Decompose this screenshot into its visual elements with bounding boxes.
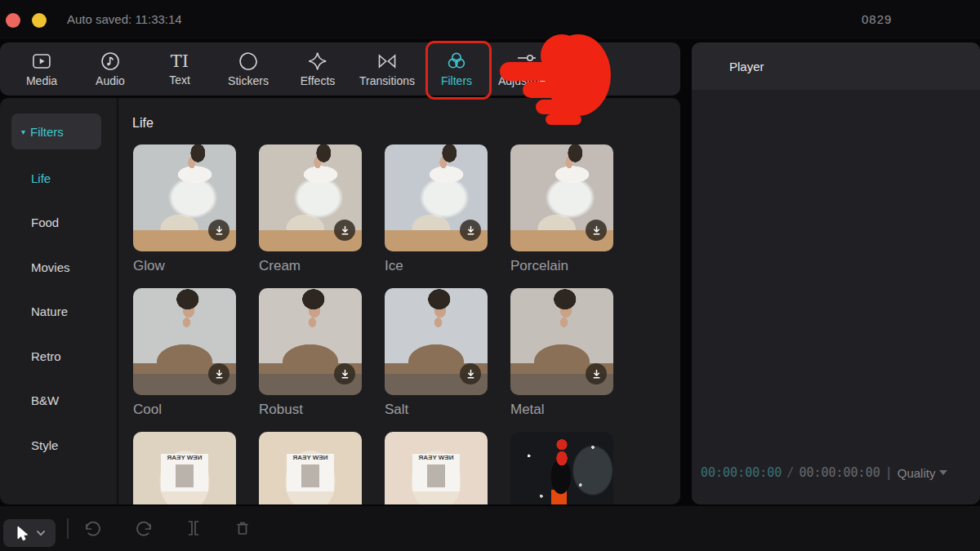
filter-label: Cream [259, 258, 365, 274]
sidebar-item-life[interactable]: Life [31, 170, 51, 188]
filter-tile-metal[interactable] [510, 288, 613, 395]
sidebar-item-food[interactable]: Food [31, 214, 59, 232]
filter-tile[interactable]: ЯAƎY WƎИ [259, 432, 362, 504]
filter-thumbnail [133, 288, 236, 374]
cursor-icon [15, 525, 30, 542]
tab-label: Media [26, 74, 57, 87]
chevron-down-icon: ▾ [21, 127, 25, 136]
redo-button[interactable] [135, 518, 154, 538]
tab-audio[interactable]: Audio [96, 42, 125, 96]
quality-dropdown[interactable]: Quality [898, 466, 948, 480]
audio-icon [100, 51, 121, 72]
filter-thumbnail [259, 288, 362, 374]
time-separator: / [786, 465, 794, 480]
download-icon[interactable] [460, 220, 481, 241]
tab-stickers[interactable]: Stickers [228, 42, 269, 96]
tab-label: Text [169, 73, 190, 87]
timecode-bar: 00:00:00:00 / 00:00:00:00 | Quality [701, 465, 947, 480]
filter-thumbnail [385, 144, 488, 230]
filter-thumbnail: ЯAƎY WƎИ [259, 432, 362, 504]
tab-media[interactable]: Media [26, 42, 57, 96]
filters-highlight-box [425, 41, 492, 100]
sidebar-group-label: Filters [30, 125, 64, 139]
stickers-icon [238, 51, 259, 72]
download-icon[interactable] [208, 363, 229, 384]
chevron-down-icon [939, 470, 947, 475]
tab-label: Stickers [228, 74, 269, 87]
filter-grid: Life [117, 98, 680, 504]
filter-label: Metal [510, 402, 617, 418]
redo-icon [135, 518, 154, 538]
filters-panel: ▾ Filters Life Food Movies Nature Retro … [0, 98, 680, 504]
filter-tile-robust[interactable] [259, 288, 362, 395]
window-titlebar: Auto saved: 11:33:14 0829 [0, 0, 980, 39]
select-tool-button[interactable] [3, 519, 56, 547]
sidebar-group-filters[interactable]: ▾ Filters [11, 113, 101, 149]
undo-icon [82, 518, 102, 538]
tab-effects[interactable]: Effects [301, 42, 336, 96]
download-icon[interactable] [586, 220, 607, 241]
mirrored-sign-text: ЯAƎY WƎИ [385, 454, 488, 461]
download-icon[interactable] [460, 363, 481, 384]
total-time: 00:00:00:00 [799, 465, 880, 480]
filter-tile-cool[interactable] [133, 288, 236, 395]
download-icon[interactable] [586, 363, 607, 384]
filter-tile-salt[interactable] [385, 288, 488, 395]
tab-label: Transitions [359, 74, 415, 87]
filter-tile-porcelain[interactable] [510, 144, 613, 251]
filter-label: Salt [385, 402, 491, 418]
transitions-icon [376, 51, 398, 72]
filter-thumbnail [510, 432, 613, 504]
filter-thumbnail [259, 144, 362, 230]
undo-button[interactable] [82, 518, 102, 538]
autosave-status: Auto saved: 11:33:14 [67, 0, 182, 39]
pointing-hand-arrow [498, 33, 612, 127]
effects-icon [307, 51, 328, 72]
tab-transitions[interactable]: Transitions [359, 42, 415, 96]
filter-tile-ice[interactable] [385, 144, 488, 251]
close-window-button[interactable] [6, 13, 20, 28]
tab-label: Effects [301, 74, 336, 87]
corner-badge: 0829 [862, 0, 892, 39]
download-icon[interactable] [208, 220, 229, 241]
filters-sidebar: ▾ Filters Life Food Movies Nature Retro … [0, 98, 118, 504]
current-time: 00:00:00:00 [701, 465, 782, 480]
filter-label: Robust [259, 402, 365, 418]
filter-tile[interactable]: ЯAƎY WƎИ [385, 432, 488, 504]
filter-tile-glow[interactable] [133, 144, 236, 251]
filter-label: Glow [133, 258, 239, 274]
divider: | [885, 465, 893, 480]
sidebar-item-style[interactable]: Style [31, 437, 58, 455]
chevron-down-icon [37, 531, 45, 536]
sidebar-item-retro[interactable]: Retro [31, 348, 61, 366]
filter-thumbnail [385, 288, 488, 374]
toolbar-divider [67, 518, 69, 539]
sidebar-item-bw[interactable]: B&W [31, 392, 59, 410]
filter-label: Cool [133, 402, 239, 418]
filter-tile-cream[interactable] [259, 144, 362, 251]
sidebar-item-nature[interactable]: Nature [31, 303, 68, 321]
player-panel: Player 00:00:00:00 / 00:00:00:00 | Quali… [692, 42, 980, 504]
quality-label: Quality [898, 466, 936, 480]
tab-text[interactable]: TI Text [169, 42, 190, 96]
filter-tile[interactable] [510, 432, 613, 504]
filter-label: Ice [385, 258, 491, 274]
split-button[interactable] [184, 518, 203, 538]
section-title: Life [132, 116, 154, 131]
timeline-toolbar [0, 506, 980, 551]
delete-button[interactable] [233, 518, 252, 538]
delete-icon [233, 518, 252, 538]
player-header: Player [692, 42, 980, 90]
download-icon[interactable] [334, 220, 355, 241]
text-icon: TI [171, 51, 189, 71]
split-icon [184, 518, 203, 538]
filter-thumbnail: ЯAƎY WƎИ [133, 432, 236, 504]
filter-thumbnail: ЯAƎY WƎИ [385, 432, 488, 504]
player-title: Player [729, 60, 764, 73]
mirrored-sign-text: ЯAƎY WƎИ [133, 454, 236, 461]
sidebar-item-movies[interactable]: Movies [31, 259, 70, 277]
download-icon[interactable] [334, 363, 355, 384]
filter-tile[interactable]: ЯAƎY WƎИ [133, 432, 236, 504]
minimize-window-button[interactable] [32, 13, 47, 28]
media-icon [31, 51, 52, 72]
